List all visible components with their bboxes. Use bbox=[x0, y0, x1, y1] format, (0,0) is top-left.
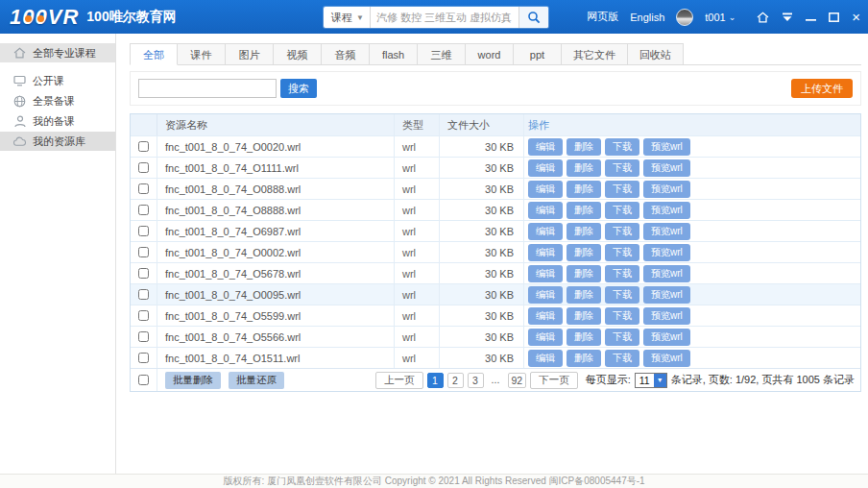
user-menu[interactable]: t001 ⌄ bbox=[705, 12, 735, 23]
sidebar-item-open-course[interactable]: 公开课 bbox=[0, 71, 115, 90]
edit-button[interactable]: 编辑 bbox=[528, 244, 563, 261]
row-checkbox[interactable] bbox=[138, 162, 149, 173]
edit-button[interactable]: 编辑 bbox=[528, 159, 563, 177]
global-search-input[interactable] bbox=[371, 7, 518, 28]
home-button[interactable] bbox=[757, 12, 769, 23]
row-checkbox[interactable] bbox=[138, 205, 149, 215]
preview-button[interactable]: 预览wrl bbox=[643, 223, 690, 240]
sidebar-item-panorama-prep[interactable]: 全景备课 bbox=[0, 91, 115, 110]
sidebar-item-my-resources[interactable]: 我的资源库 bbox=[0, 132, 115, 151]
tab-recycle[interactable]: 回收站 bbox=[628, 43, 684, 65]
download-button[interactable]: 下载 bbox=[605, 202, 639, 219]
delete-button[interactable]: 删除 bbox=[567, 244, 601, 261]
delete-button[interactable]: 删除 bbox=[567, 307, 601, 325]
preview-button[interactable]: 预览wrl bbox=[643, 159, 690, 177]
download-button[interactable]: 下载 bbox=[605, 329, 639, 346]
row-checkbox[interactable] bbox=[138, 331, 149, 342]
page-2-button[interactable]: 2 bbox=[447, 373, 464, 388]
delete-button[interactable]: 删除 bbox=[567, 202, 601, 219]
download-button[interactable]: 下载 bbox=[605, 307, 639, 325]
delete-button[interactable]: 删除 bbox=[567, 350, 601, 367]
tab-audio[interactable]: 音频 bbox=[322, 43, 370, 65]
edit-button[interactable]: 编辑 bbox=[528, 286, 563, 304]
edit-button[interactable]: 编辑 bbox=[528, 223, 563, 240]
row-checkbox[interactable] bbox=[138, 289, 149, 300]
edit-button[interactable]: 编辑 bbox=[528, 202, 563, 219]
avatar[interactable] bbox=[676, 9, 693, 26]
tab-three-d[interactable]: 三维 bbox=[418, 43, 466, 65]
next-page-button[interactable]: 下一页 bbox=[530, 372, 578, 389]
row-checkbox[interactable] bbox=[138, 226, 149, 236]
preview-button[interactable]: 预览wrl bbox=[643, 307, 690, 325]
download-button[interactable]: 下载 bbox=[605, 181, 639, 198]
tab-image[interactable]: 图片 bbox=[226, 43, 274, 65]
download-button[interactable]: 下载 bbox=[605, 138, 639, 156]
resource-search-input[interactable] bbox=[138, 79, 277, 98]
delete-button[interactable]: 删除 bbox=[567, 223, 601, 240]
upload-file-button[interactable]: 上传文件 bbox=[791, 79, 853, 98]
delete-button[interactable]: 删除 bbox=[567, 265, 601, 282]
download-button[interactable]: 下载 bbox=[605, 159, 639, 177]
row-checkbox[interactable] bbox=[138, 247, 149, 257]
batch-restore-button[interactable]: 批量还原 bbox=[229, 372, 284, 389]
select-all-checkbox[interactable] bbox=[138, 375, 149, 385]
tab-courseware[interactable]: 课件 bbox=[178, 43, 226, 65]
collapse-button[interactable] bbox=[782, 12, 793, 22]
tab-ppt[interactable]: ppt bbox=[514, 43, 562, 65]
topbar: 100VR 100唯尔教育网 课程 ▼ 网页版 English t001 ⌄ bbox=[0, 0, 868, 34]
tab-other[interactable]: 其它文件 bbox=[562, 43, 628, 65]
edit-button[interactable]: 编辑 bbox=[528, 350, 563, 367]
download-button[interactable]: 下载 bbox=[605, 350, 639, 367]
page-size-select[interactable]: 11 ▼ bbox=[635, 373, 667, 388]
download-button[interactable]: 下载 bbox=[605, 265, 639, 282]
maximize-button[interactable] bbox=[829, 12, 839, 22]
preview-button[interactable]: 预览wrl bbox=[643, 350, 690, 367]
edit-button[interactable]: 编辑 bbox=[528, 138, 563, 156]
prev-page-button[interactable]: 上一页 bbox=[375, 372, 423, 389]
preview-button[interactable]: 预览wrl bbox=[643, 138, 690, 156]
download-button[interactable]: 下载 bbox=[605, 223, 639, 240]
edit-button[interactable]: 编辑 bbox=[528, 307, 563, 325]
download-button[interactable]: 下载 bbox=[605, 244, 639, 261]
page-1-button[interactable]: 1 bbox=[427, 373, 444, 388]
preview-button[interactable]: 预览wrl bbox=[643, 202, 690, 219]
logo[interactable]: 100VR 100唯尔教育网 bbox=[0, 5, 177, 30]
tab-flash[interactable]: flash bbox=[370, 43, 418, 65]
edit-button[interactable]: 编辑 bbox=[528, 329, 563, 346]
preview-button[interactable]: 预览wrl bbox=[643, 329, 690, 346]
preview-button[interactable]: 预览wrl bbox=[643, 265, 690, 282]
english-link[interactable]: English bbox=[630, 12, 664, 23]
tab-all[interactable]: 全部 bbox=[130, 43, 178, 65]
row-checkbox[interactable] bbox=[138, 141, 149, 152]
preview-button[interactable]: 预览wrl bbox=[643, 181, 690, 198]
preview-button[interactable]: 预览wrl bbox=[643, 286, 690, 304]
sidebar-item-all-courses[interactable]: 全部专业课程 bbox=[0, 43, 115, 62]
batch-delete-button[interactable]: 批量删除 bbox=[165, 372, 221, 389]
delete-button[interactable]: 删除 bbox=[567, 159, 601, 177]
row-checkbox[interactable] bbox=[138, 353, 149, 363]
page-92-button[interactable]: 92 bbox=[508, 373, 527, 388]
delete-button[interactable]: 删除 bbox=[567, 329, 601, 346]
delete-button[interactable]: 删除 bbox=[567, 286, 601, 304]
tab-video[interactable]: 视频 bbox=[274, 43, 322, 65]
web-version-link[interactable]: 网页版 bbox=[587, 10, 618, 24]
edit-button[interactable]: 编辑 bbox=[528, 181, 563, 198]
page-3-button[interactable]: 3 bbox=[468, 373, 484, 388]
row-checkbox[interactable] bbox=[138, 183, 149, 194]
download-button[interactable]: 下载 bbox=[605, 286, 639, 304]
row-checkbox[interactable] bbox=[138, 310, 149, 321]
resource-name: fnc_t001_8_0_74_O0020.wrl bbox=[157, 136, 395, 157]
search-category-select[interactable]: 课程 ▼ bbox=[324, 7, 371, 28]
row-checkbox[interactable] bbox=[138, 268, 149, 279]
global-search-button[interactable] bbox=[518, 7, 548, 28]
preview-button[interactable]: 预览wrl bbox=[643, 244, 690, 261]
close-button[interactable]: × bbox=[852, 12, 860, 22]
search-button[interactable]: 搜索 bbox=[280, 79, 317, 98]
sidebar-item-my-prep[interactable]: 我的备课 bbox=[0, 111, 115, 131]
delete-button[interactable]: 删除 bbox=[567, 181, 601, 198]
minimize-button[interactable] bbox=[806, 12, 816, 22]
tab-word[interactable]: word bbox=[466, 43, 514, 65]
header-actions: 操作 bbox=[524, 118, 860, 133]
delete-button[interactable]: 删除 bbox=[567, 138, 601, 156]
edit-button[interactable]: 编辑 bbox=[528, 265, 563, 282]
